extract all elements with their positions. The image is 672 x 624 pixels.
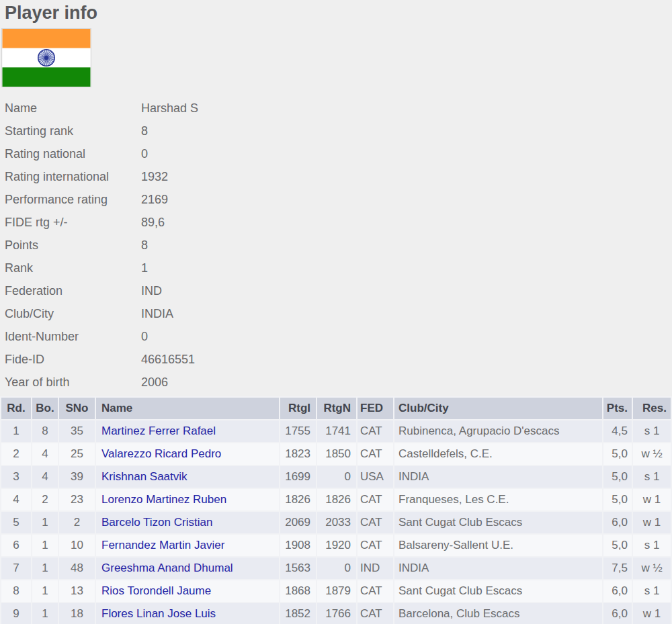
detail-row: Rating national0: [5, 142, 672, 165]
bo-cell: 1: [32, 603, 58, 624]
pts-cell: 6,0: [603, 580, 632, 602]
name-cell: Rios Torondell Jaume: [96, 580, 279, 602]
detail-value: 8: [141, 124, 672, 138]
sno-cell: 23: [59, 489, 95, 510]
rtgi-cell: 1563: [280, 558, 316, 579]
player-link[interactable]: Martinez Ferrer Rafael: [101, 425, 216, 437]
fed-cell: CAT: [358, 420, 393, 442]
fed-cell: CAT: [358, 535, 393, 556]
sno-cell: 39: [59, 466, 95, 488]
table-row: 4223Lorenzo Martinez Ruben18261826CATFra…: [1, 489, 671, 510]
detail-label: Name: [5, 101, 141, 116]
detail-row: Points8: [5, 234, 672, 257]
fed-cell: USA: [358, 466, 393, 488]
name-cell: Krishnan Saatvik: [96, 466, 279, 488]
res-cell: w ½: [633, 558, 671, 579]
table-row: 8113Rios Torondell Jaume18681879CATSant …: [1, 580, 671, 602]
name-cell: Flores Linan Jose Luis: [96, 603, 279, 624]
detail-row: FIDE rtg +/-89,6: [5, 211, 672, 234]
detail-value: 89,6: [141, 216, 672, 230]
detail-label: Year of birth: [5, 375, 141, 390]
results-table: Rd. Bo. SNo Name RtgI RtgN FED Club/City…: [0, 396, 672, 624]
detail-row: Year of birth2006: [5, 371, 672, 394]
sno-cell: 35: [59, 420, 95, 442]
detail-value: 1932: [141, 170, 672, 184]
rtgn-cell: 1741: [317, 420, 356, 442]
detail-row: Ident-Number0: [5, 325, 672, 348]
player-link[interactable]: Greeshma Anand Dhumal: [101, 562, 233, 574]
fed-cell: CAT: [358, 580, 393, 602]
rtgi-cell: 1823: [280, 443, 316, 465]
bo-cell: 1: [32, 512, 58, 533]
rtgn-cell: 1826: [317, 489, 356, 510]
res-cell: s 1: [633, 466, 671, 488]
rd-cell: 6: [1, 535, 31, 556]
detail-label: Club/City: [5, 307, 141, 321]
detail-label: Rank: [5, 261, 141, 275]
player-link[interactable]: Valarezzo Ricard Pedro: [101, 447, 221, 460]
detail-label: FIDE rtg +/-: [5, 216, 141, 230]
sno-cell: 2: [59, 512, 95, 533]
detail-row: Starting rank8: [5, 120, 672, 142]
rtgi-cell: 1755: [280, 420, 316, 442]
pts-cell: 5,0: [603, 443, 632, 465]
india-flag-image: [1, 28, 91, 87]
name-cell: Martinez Ferrer Rafael: [96, 420, 279, 442]
column-header-sno: SNo: [59, 398, 95, 419]
page-title: Player info: [5, 3, 672, 23]
club-cell: INDIA: [394, 558, 602, 579]
fed-cell: CAT: [358, 512, 393, 533]
rtgi-cell: 1868: [280, 580, 316, 602]
table-row: 7148Greeshma Anand Dhumal15630INDINDIA7,…: [1, 558, 671, 579]
club-cell: Rubinenca, Agrupacio D'escacs: [394, 420, 602, 442]
player-link[interactable]: Fernandez Martin Javier: [101, 539, 224, 551]
res-cell: s 1: [633, 535, 671, 556]
detail-row: Performance rating2169: [5, 188, 672, 211]
detail-label: Performance rating: [5, 193, 141, 207]
player-link[interactable]: Lorenzo Martinez Ruben: [101, 493, 226, 506]
pts-cell: 6,0: [603, 512, 632, 533]
rtgn-cell: 1766: [317, 603, 356, 624]
res-cell: w ½: [633, 443, 671, 465]
player-link[interactable]: Barcelo Tizon Cristian: [101, 516, 212, 529]
player-link[interactable]: Krishnan Saatvik: [101, 470, 187, 483]
player-link[interactable]: Flores Linan Jose Luis: [101, 607, 216, 620]
name-cell: Valarezzo Ricard Pedro: [96, 443, 279, 465]
detail-label: Starting rank: [5, 124, 141, 138]
table-header-row: Rd. Bo. SNo Name RtgI RtgN FED Club/City…: [1, 398, 671, 419]
detail-label: Fide-ID: [5, 353, 141, 367]
detail-value: 1: [141, 261, 672, 275]
table-row: 512Barcelo Tizon Cristian20692033CATSant…: [1, 512, 671, 533]
table-row: 9118Flores Linan Jose Luis18521766CATBar…: [1, 603, 671, 624]
club-cell: Franqueses, Les C.E.: [394, 489, 602, 510]
column-header-rtgn: RtgN: [317, 398, 356, 419]
column-header-fed: FED: [358, 398, 393, 419]
rtgi-cell: 1699: [280, 466, 316, 488]
ashoka-chakra-icon: [38, 50, 54, 66]
sno-cell: 18: [59, 603, 95, 624]
detail-label: Points: [5, 238, 141, 253]
rtgi-cell: 1826: [280, 489, 316, 510]
club-cell: INDIA: [394, 466, 602, 488]
res-cell: w 1: [633, 603, 671, 624]
column-header-rd: Rd.: [1, 398, 31, 419]
detail-label: Ident-Number: [5, 330, 141, 344]
bo-cell: 1: [32, 535, 58, 556]
rtgi-cell: 1908: [280, 535, 316, 556]
bo-cell: 8: [32, 420, 58, 442]
club-cell: Sant Cugat Club Escacs: [394, 580, 602, 602]
fed-cell: CAT: [358, 443, 393, 465]
fed-cell: IND: [358, 558, 393, 579]
column-header-rtgi: RtgI: [280, 398, 316, 419]
column-header-bo: Bo.: [32, 398, 58, 419]
detail-value: 46616551: [141, 353, 672, 367]
pts-cell: 5,0: [603, 466, 632, 488]
player-link[interactable]: Rios Torondell Jaume: [101, 584, 211, 597]
rtgn-cell: 1879: [317, 580, 356, 602]
pts-cell: 5,0: [603, 489, 632, 510]
club-cell: Barcelona, Club Escacs: [394, 603, 602, 624]
pts-cell: 4,5: [603, 420, 632, 442]
rtgn-cell: 1850: [317, 443, 356, 465]
fed-cell: CAT: [358, 489, 393, 510]
detail-label: Federation: [5, 284, 141, 298]
